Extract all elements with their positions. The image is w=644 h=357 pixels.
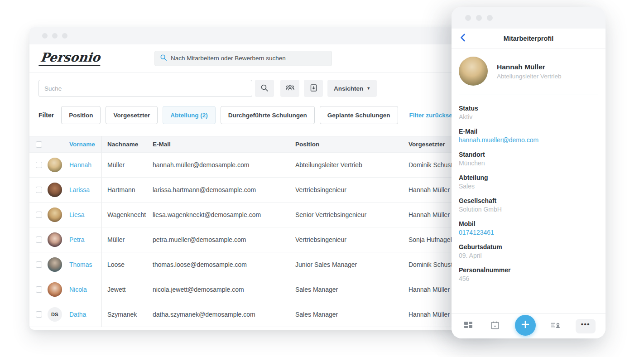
- field-mobil: Mobil 0174123461: [459, 220, 598, 237]
- table-row[interactable]: Nicola Jewett nicola.jewett@demosample.c…: [29, 277, 496, 302]
- header-position[interactable]: Position: [290, 141, 403, 148]
- table-header-row: Vorname Nachname E-Mail Position Vorgese…: [29, 136, 496, 153]
- position: Junior Sales Manager: [290, 261, 403, 268]
- global-search-bar[interactable]: Nach Mitarbeitern oder Bewerbern suchen: [154, 51, 332, 66]
- export-button[interactable]: [304, 80, 323, 97]
- first-name-link[interactable]: Larissa: [69, 178, 102, 202]
- table-row[interactable]: Hannah Müller hannah.müller@demosample.c…: [29, 153, 496, 178]
- header-email[interactable]: E-Mail: [147, 141, 290, 148]
- position: Vertriebsingenieur: [290, 186, 403, 193]
- filter-durchgefuehrte-schulungen[interactable]: Durchgeführte Schulungen: [221, 106, 315, 124]
- header-nachname[interactable]: Nachname: [102, 141, 147, 148]
- row-checkbox[interactable]: [36, 286, 42, 293]
- header-vorname[interactable]: Vorname: [69, 136, 102, 152]
- position: Abteilungsleiter Vertrieb: [290, 161, 403, 169]
- list-toolbar: Ansichten ▼: [29, 72, 496, 103]
- field-personalnummer: Personalnummer 456: [459, 266, 598, 283]
- field-label: Status: [459, 104, 598, 113]
- table-row[interactable]: DS Datha Szymanek datha.szymanek@demosam…: [29, 302, 496, 327]
- email: larissa.hartmann@demosample.com: [147, 186, 290, 193]
- search-input[interactable]: [38, 80, 252, 97]
- first-name-link[interactable]: Nicola: [69, 277, 102, 302]
- filter-vorgesetzter[interactable]: Vorgesetzter: [106, 106, 158, 124]
- profile-fields: Status Aktiv E-Mail hannah.mueller@demo.…: [452, 95, 606, 283]
- avatar: [48, 282, 62, 297]
- more-button[interactable]: •••: [576, 319, 596, 333]
- position: Sales Manager: [290, 286, 403, 293]
- filter-abteilung[interactable]: Abteilung (2): [163, 106, 216, 124]
- first-name-link[interactable]: Petra: [69, 227, 102, 252]
- window-dot: [42, 33, 48, 39]
- field-gesellschaft: Gesellschaft Solution GmbH: [459, 197, 598, 214]
- back-button[interactable]: [458, 34, 468, 43]
- calendar-icon: [490, 321, 500, 332]
- table-row[interactable]: Thomas Loose thomas.loose@demosample.com…: [29, 252, 496, 277]
- search-button[interactable]: [255, 80, 274, 97]
- panel-nav: Mitarbeiterprofil: [452, 29, 606, 48]
- export-file-icon: [310, 84, 317, 93]
- more-icon: •••: [581, 324, 590, 328]
- dashboard-button[interactable]: [461, 319, 475, 333]
- last-name: Jewett: [102, 286, 147, 293]
- email: nicola.jewett@demosample.com: [147, 286, 290, 293]
- table-row[interactable]: Larissa Hartmann larissa.hartmann@demosa…: [29, 178, 496, 203]
- field-abteilung: Abteilung Sales: [459, 174, 598, 191]
- employee-table: Vorname Nachname E-Mail Position Vorgese…: [29, 136, 496, 327]
- chevron-left-icon: [460, 34, 466, 43]
- first-name-link[interactable]: Hannah: [69, 153, 102, 177]
- avatar: [48, 207, 62, 222]
- panel-bottom-toolbar: •••: [452, 313, 606, 338]
- filter-bar: Filter Position Vorgesetzter Abteilung (…: [29, 103, 496, 133]
- field-value: 456: [459, 275, 598, 283]
- row-checkbox[interactable]: [36, 187, 42, 193]
- profile-role: Abteilungsleiter Vertrieb: [497, 73, 562, 80]
- filter-label: Filter: [38, 111, 54, 119]
- first-name-link[interactable]: Datha: [69, 302, 102, 327]
- panel-titlebar: [452, 7, 606, 29]
- profile-name: Hannah Müller: [497, 63, 562, 71]
- position: Senior Vertriebsingenieur: [290, 211, 403, 218]
- row-checkbox[interactable]: [36, 261, 42, 268]
- row-checkbox[interactable]: [36, 162, 42, 168]
- table-row[interactable]: Petra Müller petra.mueller@demosample.co…: [29, 227, 496, 252]
- row-checkbox[interactable]: [36, 311, 42, 318]
- row-checkbox[interactable]: [36, 236, 42, 243]
- avatar: [48, 257, 62, 272]
- first-name-link[interactable]: Thomas: [69, 252, 102, 277]
- field-label: E-Mail: [459, 127, 598, 136]
- calendar-button[interactable]: [488, 319, 502, 333]
- field-label: Gesellschaft: [459, 197, 598, 205]
- row-checkbox[interactable]: [36, 212, 42, 218]
- table-row[interactable]: Liesa Wagenknecht liesa.wagenkneckt@demo…: [29, 203, 496, 227]
- last-name: Szymanek: [102, 311, 147, 318]
- filter-geplante-schulungen[interactable]: Geplante Schulungen: [320, 106, 398, 124]
- field-value-link[interactable]: hannah.mueller@demo.com: [459, 136, 598, 145]
- filter-position[interactable]: Position: [61, 106, 101, 124]
- main-window: Personio Nach Mitarbeitern oder Bewerber…: [29, 27, 496, 330]
- avatar: [48, 158, 62, 172]
- field-value: Aktiv: [459, 113, 598, 121]
- window-dot: [487, 15, 493, 21]
- plus-icon: [521, 320, 530, 331]
- field-geburtsdatum: Geburtsdatum 09. April: [459, 243, 598, 260]
- field-standort: Standort München: [459, 150, 598, 168]
- field-value-link[interactable]: 0174123461: [459, 228, 598, 237]
- last-name: Loose: [102, 261, 147, 268]
- email: datha.szymanek@demosample.com: [147, 311, 290, 318]
- people-group-button[interactable]: [280, 80, 299, 97]
- field-label: Personalnummer: [459, 266, 598, 275]
- avatar: [48, 183, 62, 197]
- people-list-button[interactable]: [549, 319, 562, 333]
- global-search-placeholder: Nach Mitarbeitern oder Bewerbern suchen: [171, 55, 286, 62]
- first-name-link[interactable]: Liesa: [69, 203, 102, 227]
- search-icon: [160, 54, 167, 63]
- field-label: Abteilung: [459, 174, 598, 182]
- email: thomas.loose@demosample.com: [147, 261, 290, 268]
- personio-logo: Personio: [38, 51, 102, 66]
- last-name: Wagenknecht: [102, 211, 147, 218]
- panel-title: Mitarbeiterprofil: [452, 35, 606, 42]
- last-name: Müller: [102, 236, 147, 243]
- select-all-checkbox[interactable]: [36, 141, 42, 148]
- add-button[interactable]: [515, 315, 536, 336]
- views-dropdown-button[interactable]: Ansichten ▼: [327, 80, 377, 97]
